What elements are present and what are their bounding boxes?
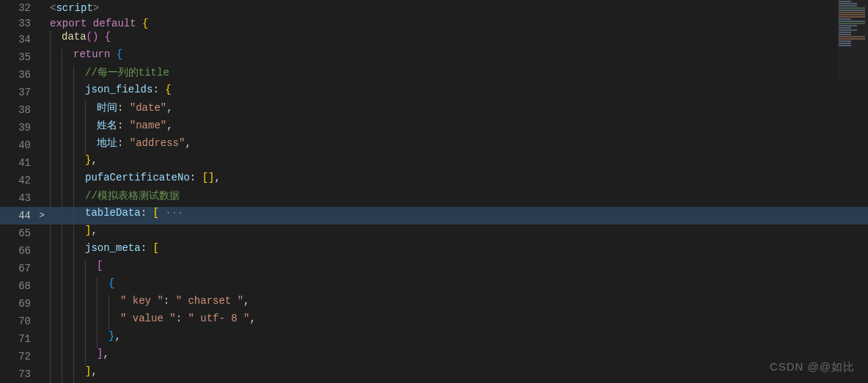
- indent-guide: [73, 242, 85, 260]
- line-number: 69: [0, 298, 35, 310]
- code-content[interactable]: " value ": " utf- 8 ",: [48, 313, 868, 330]
- indent-guide: [50, 348, 62, 365]
- indent-guide: [97, 277, 108, 295]
- token: " value ": [120, 313, 176, 324]
- token: json_meta: [85, 242, 141, 254]
- token: :: [163, 295, 169, 307]
- token: [110, 48, 116, 60]
- indent-guide: [62, 84, 73, 101]
- code-line[interactable]: 37json_fields: {: [0, 84, 868, 101]
- indent-guide: [85, 119, 97, 136]
- code-editor[interactable]: 32<script>33export default {34data() {35…: [0, 0, 868, 383]
- code-line[interactable]: 41},: [0, 154, 868, 172]
- code-line[interactable]: 43//模拟表格测试数据: [0, 189, 868, 207]
- token: {: [105, 31, 111, 43]
- token: 时间: [97, 102, 117, 114]
- line-number: 39: [0, 122, 35, 134]
- code-content[interactable]: data() {: [48, 31, 868, 48]
- code-line[interactable]: 42pufaCertificateNo: [],: [0, 172, 868, 189]
- indent-guide: [73, 66, 85, 84]
- code-content[interactable]: },: [48, 154, 868, 172]
- indent-guide: [73, 154, 85, 172]
- token: [123, 102, 129, 114]
- code-line[interactable]: 65],: [0, 225, 868, 242]
- code-content[interactable]: ],: [48, 365, 868, 383]
- code-line[interactable]: 40地址: "address",: [0, 136, 868, 154]
- code-line[interactable]: 70" value ": " utf- 8 ",: [0, 313, 868, 330]
- code-content[interactable]: return {: [48, 48, 868, 66]
- code-line[interactable]: 66json_meta: [: [0, 242, 868, 260]
- code-content[interactable]: ],: [48, 348, 868, 365]
- code-line[interactable]: 33export default {: [0, 15, 868, 31]
- code-line[interactable]: 68{: [0, 277, 868, 295]
- code-content[interactable]: //模拟表格测试数据: [48, 189, 868, 207]
- indent-guide: [62, 48, 73, 66]
- code-line[interactable]: 73],: [0, 365, 868, 383]
- code-line[interactable]: 38时间: "date",: [0, 101, 868, 119]
- code-content[interactable]: <script>: [48, 2, 868, 14]
- line-number: 67: [0, 263, 35, 274]
- code-line[interactable]: 67[: [0, 260, 868, 277]
- token: ,: [243, 295, 249, 307]
- code-line[interactable]: 72],: [0, 348, 868, 365]
- token: :: [141, 242, 147, 254]
- token: [169, 295, 175, 307]
- line-number: 32: [0, 2, 35, 14]
- code-content[interactable]: 时间: "date",: [48, 101, 868, 119]
- code-content[interactable]: export default {: [48, 18, 868, 29]
- code-content[interactable]: tableData: [ ···: [48, 207, 868, 225]
- code-line[interactable]: 71},: [0, 330, 868, 348]
- indent-guide: [108, 313, 120, 330]
- token: export: [50, 18, 87, 29]
- token: ···: [159, 207, 184, 219]
- indent-guide: [50, 136, 62, 154]
- code-line[interactable]: 34data() {: [0, 31, 868, 48]
- indent-guide: [85, 348, 97, 365]
- code-content[interactable]: ],: [48, 225, 868, 242]
- indent-guide: [73, 101, 85, 119]
- indent-guide: [62, 119, 73, 136]
- code-line[interactable]: 69" key ": " charset ",: [0, 295, 868, 313]
- token: [123, 120, 129, 131]
- code-line[interactable]: 32<script>: [0, 0, 868, 15]
- indent-guide: [73, 172, 85, 189]
- line-number: 43: [0, 192, 35, 204]
- indent-guide: [62, 313, 73, 330]
- code-line[interactable]: 44>tableData: [ ···: [0, 207, 868, 225]
- code-content[interactable]: " key ": " charset ",: [48, 295, 868, 313]
- fold-toggle-icon[interactable]: >: [35, 211, 48, 221]
- code-content[interactable]: json_meta: [: [48, 242, 868, 260]
- token: 姓名: [97, 120, 117, 131]
- indent-guide: [50, 119, 62, 136]
- indent-guide: [85, 260, 97, 277]
- line-number: 65: [0, 227, 35, 239]
- indent-guide: [50, 154, 62, 172]
- minimap[interactable]: [837, 0, 868, 81]
- line-number: 70: [0, 315, 35, 327]
- code-content[interactable]: pufaCertificateNo: [],: [48, 172, 868, 189]
- code-content[interactable]: {: [48, 277, 868, 295]
- token: ,: [185, 137, 191, 149]
- indent-guide: [73, 225, 85, 242]
- indent-guide: [62, 66, 73, 84]
- line-number: 40: [0, 139, 35, 151]
- code-content[interactable]: [: [48, 260, 868, 277]
- code-line[interactable]: 36//每一列的title: [0, 66, 868, 84]
- token: return: [73, 48, 110, 60]
- indent-guide: [97, 295, 108, 313]
- line-number: 44: [0, 210, 35, 222]
- code-content[interactable]: 姓名: "name",: [48, 119, 868, 136]
- indent-guide: [85, 313, 97, 330]
- token: ,: [166, 120, 172, 131]
- code-line[interactable]: 35return {: [0, 48, 868, 66]
- code-content[interactable]: //每一列的title: [48, 66, 868, 84]
- line-number: 42: [0, 175, 35, 186]
- token: data: [62, 31, 87, 43]
- code-content[interactable]: },: [48, 330, 868, 348]
- token: :: [176, 313, 182, 324]
- code-content[interactable]: 地址: "address",: [48, 136, 868, 154]
- token: " key ": [120, 295, 163, 307]
- code-line[interactable]: 39姓名: "name",: [0, 119, 868, 136]
- code-content[interactable]: json_fields: {: [48, 84, 868, 101]
- token: [: [97, 260, 103, 271]
